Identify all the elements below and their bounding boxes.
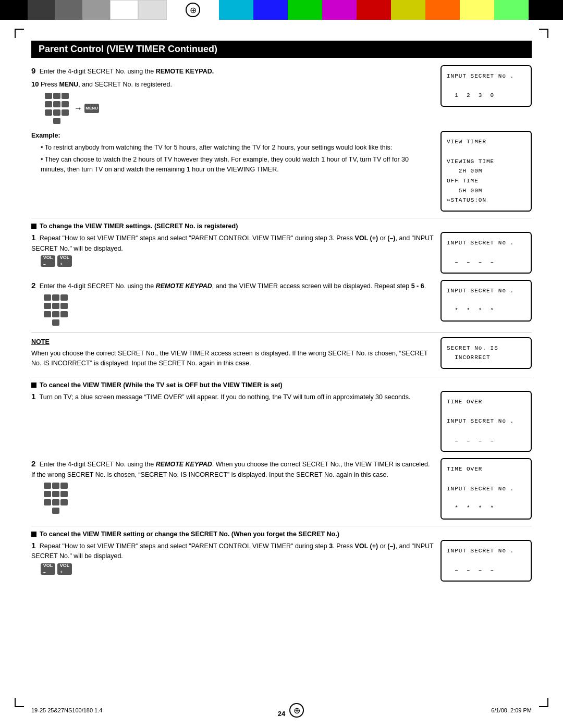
section3-step1-row: 1 Repeat "How to set VIEW TIMER" steps a… [31, 540, 532, 582]
step9-10-content: 9 Enter the 4-digit SECRET No. using the… [31, 65, 434, 125]
vol-minus-btn3: VOL– [41, 563, 55, 575]
example-bullet1: To restrict anybody from watching the TV… [41, 143, 434, 153]
section1-screen1: INPUT SECRET No . – – – – [440, 232, 532, 274]
key7 [45, 109, 52, 116]
color-block-gray1 [28, 0, 55, 20]
main-content: Parent Control (VIEW TIMER Continued) 9 … [0, 30, 563, 603]
vol-minus-btn1: VOL– [41, 255, 55, 267]
divider2 [31, 332, 532, 333]
vol-minus-bold1: (–) [387, 235, 395, 242]
section1-step1-content: 1 Repeat "How to set VIEW TIMER" steps a… [31, 232, 434, 267]
tv-screen-step9: INPUT SECRET No . 1 2 3 0 [440, 65, 532, 107]
step9-screen: INPUT SECRET No . 1 2 3 0 [440, 65, 532, 107]
section1-step2-num: 2 [31, 281, 35, 290]
page-title: Parent Control (VIEW TIMER Continued) [31, 41, 532, 58]
step10-number: 10 [31, 80, 39, 88]
section1-step2-content: 2 Enter the 4-digit SECRET No. using the… [31, 280, 434, 326]
section1-block: To change the VIEW TIMER settings. (SECR… [31, 223, 532, 326]
color-block-magenta [322, 0, 357, 20]
key5 [53, 101, 60, 107]
crosshair-icon: ⊕ [186, 3, 200, 17]
color-block-red [357, 0, 391, 20]
footer-crosshair: ⊕ [289, 703, 304, 718]
step9-number: 9 [31, 66, 35, 75]
section2-step1-row: 1 Turn on TV; a blue screen message “TIM… [31, 391, 532, 452]
key8 [53, 109, 60, 116]
color-block-gray3 [82, 0, 110, 20]
corner-mark-tl [15, 29, 24, 38]
keypad-menu-icon-row: → MENU [42, 92, 434, 125]
key9 [62, 109, 69, 116]
key6 [62, 101, 69, 107]
section1-step1-row: 1 Repeat "How to set VIEW TIMER" steps a… [31, 232, 532, 274]
divider4 [31, 526, 532, 526]
section1-step1-text: 1 Repeat "How to set VIEW TIMER" steps a… [31, 232, 434, 253]
section2-header: To cancel the VIEW TIMER (While the TV s… [31, 381, 532, 389]
keypad-icon-section2 [41, 482, 434, 514]
color-block-yellow [391, 0, 425, 20]
key2 [53, 93, 60, 99]
section3-block: To cancel the VIEW TIMER setting or chan… [31, 530, 532, 582]
note-text: When you choose the correct SECRET No., … [31, 349, 434, 368]
top-bar-crosshair: ⊕ [167, 0, 219, 20]
vol-plus-btn3: VOL+ [57, 563, 72, 575]
section3-step1-text: 1 Repeat "How to set VIEW TIMER" steps a… [31, 540, 434, 561]
section1-square-icon [31, 224, 36, 229]
vol-button-icons3: VOL– VOL+ [41, 563, 72, 575]
section1-step2-bold2: 5 - 6 [411, 282, 424, 290]
color-block-black2 [529, 0, 563, 20]
corner-mark-bl [15, 698, 24, 707]
section2-screen2: TIME OVER INPUT SECRET No . * * * * [440, 458, 532, 519]
keypad-icon-section1 [41, 294, 434, 326]
section1-step2-bold: REMOTE KEYPAD [156, 282, 212, 290]
section2-step1-text: 1 Turn on TV; a blue screen message “TIM… [31, 391, 434, 403]
example-content: Example: To restrict anybody from watchi… [31, 131, 434, 176]
color-block-ltyellow [460, 0, 494, 20]
section3-screen1: INPUT SECRET No . – – – – [440, 540, 532, 582]
tv-screen-section2-step1: TIME OVER INPUT SECRET No . – – – – [440, 391, 532, 452]
section1-step2-text: 2 Enter the 4-digit SECRET No. using the… [31, 280, 434, 292]
divider1 [31, 218, 532, 218]
color-block-orange [425, 0, 460, 20]
section3-vol-plus-bold: VOL (+) [355, 542, 378, 550]
color-block-green [288, 0, 322, 20]
divider3 [31, 377, 532, 377]
color-block-ltgreen [494, 0, 529, 20]
section1-header-text: To change the VIEW TIMER settings. (SECR… [40, 223, 238, 230]
section3-header-text: To cancel the VIEW TIMER setting or chan… [40, 530, 339, 538]
section1-header: To change the VIEW TIMER settings. (SECR… [31, 223, 532, 230]
example-row: Example: To restrict anybody from watchi… [31, 131, 532, 212]
section2-step1-num: 1 [31, 392, 35, 401]
note-content-block: NOTE When you choose the correct SECRET … [31, 337, 434, 371]
vol-button-icons1: VOL– VOL+ [41, 255, 72, 267]
corner-mark-tr [539, 29, 548, 38]
menu-button-icon: MENU [84, 104, 99, 113]
footer-page-number: 24 [278, 710, 285, 718]
step10-text: 10 Press MENU, and SECRET No. is registe… [31, 79, 434, 90]
keypad-s1 [44, 294, 68, 326]
corner-mark-br [539, 698, 548, 707]
color-block-black1 [0, 0, 28, 20]
section2-header-text: To cancel the VIEW TIMER (While the TV s… [40, 381, 283, 389]
section3-vol-minus-bold: (–) [387, 542, 395, 550]
tv-screen-example: VIEW TIMER VIEWING TIME 2H 00M OFF TIME … [440, 131, 532, 212]
keypad-icon-step9 [45, 92, 69, 125]
tv-screen-section2-step2: TIME OVER INPUT SECRET No . * * * * [440, 458, 532, 519]
section3-step1-content: 1 Repeat "How to set VIEW TIMER" steps a… [31, 540, 434, 575]
section2-step2-text: 2 Enter the 4-digit SECRET No. using the… [31, 458, 434, 479]
section2-step2-content: 2 Enter the 4-digit SECRET No. using the… [31, 458, 434, 514]
section3-step1-num: 1 [31, 541, 35, 550]
example-screen: VIEW TIMER VIEWING TIME 2H 00M OFF TIME … [440, 131, 532, 212]
color-block-white [110, 0, 139, 20]
footer-left-text: 19-25 25&27NS100/180 1.4 [31, 707, 102, 713]
vol-plus-bold1: VOL (+) [355, 235, 378, 242]
tv-screen-section3-step1: INPUT SECRET No . – – – – [440, 540, 532, 582]
note-label: NOTE [31, 337, 434, 347]
section3-square-icon [31, 532, 36, 537]
step9-10-row: 9 Enter the 4-digit SECRET No. using the… [31, 65, 532, 125]
step9-bold: REMOTE KEYPAD. [156, 68, 214, 75]
vol-btns-row1: VOL– VOL+ [41, 255, 434, 267]
note-screen: SECRET No. IS INCORRECT [440, 337, 532, 369]
keypad-s2 [44, 482, 68, 514]
section2-square-icon [31, 382, 36, 388]
